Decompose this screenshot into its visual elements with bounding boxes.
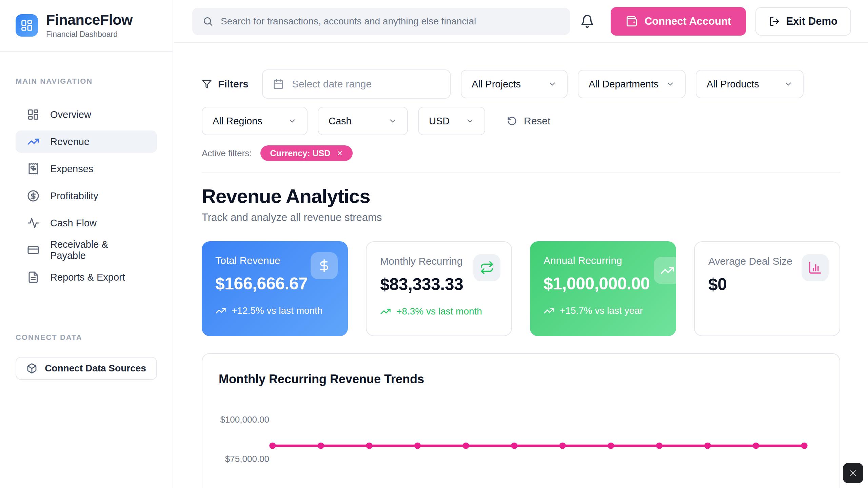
regions-select-value: All Regions bbox=[213, 116, 262, 127]
kpi-trend: +15.7% vs last year bbox=[544, 305, 663, 317]
kpi-card-monthly-recurring: Monthly Recurring $83,333.33 +8.3% vs la… bbox=[366, 241, 512, 336]
departments-select[interactable]: All Departments bbox=[578, 70, 686, 98]
projects-select[interactable]: All Projects bbox=[461, 70, 568, 98]
top-bar: Connect Account Exit Demo bbox=[174, 0, 868, 43]
sidebar: FinanceFlow Financial Dashboard MAIN NAV… bbox=[0, 0, 173, 488]
reset-label: Reset bbox=[524, 115, 550, 127]
sidebar-item-label: Expenses bbox=[50, 163, 93, 175]
connect-account-button[interactable]: Connect Account bbox=[611, 7, 746, 36]
sidebar-item-label: Profitability bbox=[50, 190, 98, 202]
activity-icon bbox=[27, 217, 39, 229]
calendar-icon bbox=[273, 79, 284, 89]
currency-select[interactable]: USD bbox=[418, 107, 485, 135]
accounting-basis-select[interactable]: Cash bbox=[318, 107, 408, 135]
main-navigation: MAIN NAVIGATION Overview Revenue Expense… bbox=[0, 52, 173, 380]
data-point bbox=[704, 443, 711, 449]
departments-select-value: All Departments bbox=[589, 79, 658, 90]
app-logo-row: FinanceFlow Financial Dashboard bbox=[0, 0, 173, 52]
filters-row-2: All Regions Cash USD Reset bbox=[202, 107, 840, 135]
reset-filters-button[interactable]: Reset bbox=[507, 115, 550, 127]
chevron-down-icon bbox=[466, 117, 474, 125]
section-divider bbox=[202, 172, 840, 172]
mrr-line-chart[interactable] bbox=[202, 354, 840, 488]
date-range-input[interactable] bbox=[292, 78, 440, 90]
dashboard-grid-icon bbox=[27, 108, 39, 121]
data-point bbox=[801, 443, 808, 449]
regions-select[interactable]: All Regions bbox=[202, 107, 308, 135]
kpi-card-annual-recurring: Annual Recurring $1,000,000.00 +15.7% vs… bbox=[530, 241, 676, 336]
accounting-basis-select-value: Cash bbox=[329, 116, 352, 127]
kpi-icon-box bbox=[311, 252, 338, 279]
sidebar-item-expenses[interactable]: Expenses bbox=[16, 158, 157, 180]
sidebar-item-overview[interactable]: Overview bbox=[16, 103, 157, 126]
search-input[interactable] bbox=[221, 16, 560, 27]
data-point bbox=[366, 443, 372, 449]
chevron-down-icon bbox=[288, 117, 297, 125]
trending-up-icon bbox=[380, 306, 391, 317]
chip-label: Currency: USD bbox=[270, 148, 330, 158]
chevron-down-icon bbox=[784, 80, 793, 88]
sidebar-item-label: Reports & Export bbox=[50, 272, 125, 283]
data-point bbox=[414, 443, 421, 449]
sidebar-item-reports-export[interactable]: Reports & Export bbox=[16, 266, 157, 288]
kpi-trend: +8.3% vs last month bbox=[380, 306, 492, 317]
kpi-card-average-deal-size: Average Deal Size $0 bbox=[694, 241, 840, 336]
data-point bbox=[511, 443, 517, 449]
kpi-trend-label: +8.3% vs last month bbox=[396, 306, 482, 317]
kpi-trend-label: +15.7% vs last year bbox=[560, 305, 643, 317]
close-overlay-button[interactable] bbox=[843, 463, 863, 483]
filters-title: Filters bbox=[202, 78, 249, 90]
page-title: Revenue Analytics bbox=[202, 185, 840, 207]
trending-up-icon bbox=[660, 263, 674, 278]
kpi-cards: Total Revenue $166,666.67 +12.5% vs last… bbox=[202, 241, 840, 336]
filters-row-1: Filters All Projects All Departments All… bbox=[202, 69, 840, 99]
bar-chart-icon bbox=[808, 261, 822, 275]
connect-data-sources-label: Connect Data Sources bbox=[45, 363, 146, 374]
sidebar-item-label: Receivable & Payable bbox=[50, 239, 145, 261]
connect-account-label: Connect Account bbox=[645, 15, 731, 27]
kpi-value: $1,000,000.00 bbox=[544, 274, 663, 293]
kpi-icon-box bbox=[654, 257, 676, 284]
receipt-icon bbox=[27, 163, 39, 175]
global-search[interactable] bbox=[192, 8, 570, 35]
connect-data-sources-button[interactable]: Connect Data Sources bbox=[16, 357, 157, 380]
data-point bbox=[559, 443, 566, 449]
sidebar-item-revenue[interactable]: Revenue bbox=[16, 130, 157, 153]
page-subtitle: Track and analyze all revenue streams bbox=[202, 211, 840, 224]
data-point bbox=[608, 443, 614, 449]
trending-up-icon bbox=[215, 305, 226, 316]
nav-section-label: MAIN NAVIGATION bbox=[16, 77, 157, 86]
exit-demo-button[interactable]: Exit Demo bbox=[755, 7, 851, 36]
chevron-down-icon bbox=[666, 80, 675, 88]
products-select[interactable]: All Products bbox=[696, 70, 804, 98]
connect-data-section-label: CONNECT DATA bbox=[16, 333, 157, 342]
logout-icon bbox=[769, 16, 780, 27]
exit-demo-label: Exit Demo bbox=[786, 15, 837, 27]
kpi-icon-box bbox=[802, 254, 829, 281]
repeat-icon bbox=[480, 261, 494, 275]
close-icon[interactable] bbox=[336, 150, 343, 157]
sidebar-item-profitability[interactable]: Profitability bbox=[16, 185, 157, 207]
active-filter-chip-currency[interactable]: Currency: USD bbox=[260, 145, 353, 161]
mrr-trends-chart-card: Monthly Recurring Revenue Trends $100,00… bbox=[202, 353, 840, 488]
date-range-picker[interactable] bbox=[262, 69, 451, 99]
active-filters-label: Active filters: bbox=[202, 148, 252, 159]
sidebar-item-receivable-payable[interactable]: Receivable & Payable bbox=[16, 239, 157, 261]
notifications-button[interactable] bbox=[580, 13, 596, 29]
kpi-card-total-revenue: Total Revenue $166,666.67 +12.5% vs last… bbox=[202, 241, 348, 336]
sidebar-item-cash-flow[interactable]: Cash Flow bbox=[16, 212, 157, 234]
chevron-down-icon bbox=[388, 117, 397, 125]
currency-select-value: USD bbox=[429, 116, 450, 127]
filters-title-label: Filters bbox=[218, 78, 249, 90]
funnel-icon bbox=[202, 79, 212, 89]
data-point bbox=[463, 443, 469, 449]
app-tagline: Financial Dashboard bbox=[46, 30, 133, 39]
sidebar-item-label: Revenue bbox=[50, 136, 90, 147]
data-point bbox=[269, 443, 276, 449]
app-name: FinanceFlow bbox=[46, 12, 133, 28]
data-point bbox=[656, 443, 663, 449]
dollar-circle-icon bbox=[27, 190, 39, 202]
trending-up-icon bbox=[27, 136, 39, 148]
sidebar-item-label: Cash Flow bbox=[50, 218, 97, 229]
bell-icon bbox=[580, 14, 594, 28]
